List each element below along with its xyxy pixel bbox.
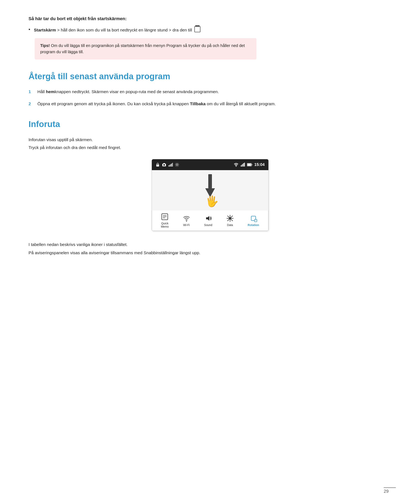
lock-icon [156,162,160,167]
svg-rect-15 [252,164,252,165]
network-icon [240,162,245,167]
step2-number: 2 [29,101,36,107]
qs-label-sound: Sound [204,223,212,227]
remove-section: Så här tar du bort ett objekt från start… [29,16,392,60]
svg-rect-3 [163,163,165,164]
inforuta-section: Inforuta Inforutan visas upptill på skär… [29,119,392,231]
svg-rect-7 [172,163,173,167]
rotation-icon [250,215,257,222]
svg-rect-12 [243,163,244,167]
qs-item-rotation[interactable]: Rotation [248,215,259,227]
wifi-icon [234,162,239,167]
page-number-line [384,487,396,488]
step1-text: Håll hemknappen nedtryckt. Skärmen visar… [37,89,219,95]
bullet-dot: • [29,26,30,33]
qs-item-sound[interactable]: Sound [204,215,212,227]
status-left-icons [156,162,179,167]
sound-icon [204,215,212,222]
qs-label-rotation: Rotation [248,223,259,227]
signal-icon [168,162,173,167]
qs-item-data[interactable]: Data [226,215,234,227]
notification-image-wrapper: 15:04 🖐 [29,159,392,231]
hand-gesture-icon: 🖐 [205,195,219,207]
qs-label-quickmemo: QuickMemo [161,222,169,228]
section1-heading: Återgå till senast använda program [29,72,392,81]
bullet-item: • Startskärm > håll den ikon som du vill… [29,25,392,33]
notification-panel: 15:04 🖐 [152,159,269,231]
bullet-text-content: > håll den ikon som du vill ta bort nedt… [56,28,193,32]
step2: 2 Öppna ett program genom att trycka på … [29,101,392,107]
svg-rect-10 [241,165,241,167]
step2-text: Öppna ett program genom att trycka på ik… [37,101,276,107]
tips-box: Tips! Om du vill lägga till en programik… [35,38,257,60]
step2-bold: Tillbaka [190,102,206,106]
page-number-value: 29 [384,489,389,494]
qs-item-quickmemo[interactable]: QuickMemo [161,213,169,228]
remove-title: Så här tar du bort ett objekt från start… [29,16,392,21]
tips-label: Tips! [40,43,50,48]
step1-number: 1 [29,89,36,95]
battery-icon [247,163,252,167]
page-content: Så här tar du bort ett objekt från start… [29,16,392,256]
numbered-steps: 1 Håll hemknappen nedtryckt. Skärmen vis… [29,89,392,107]
inforuta-desc2: Tryck på inforutan och dra den nedåt med… [29,144,392,151]
arrow-hand-area: 🖐 [152,170,268,210]
step1: 1 Håll hemknappen nedtryckt. Skärmen vis… [29,89,392,95]
svg-rect-4 [168,165,169,167]
svg-rect-11 [242,164,243,167]
svg-rect-0 [156,164,159,167]
trash-icon [194,26,200,32]
svg-rect-13 [244,163,245,167]
svg-rect-6 [171,164,172,167]
arrow-stem [208,174,212,188]
svg-point-21 [186,220,187,221]
data-icon [226,215,234,222]
qs-label-data: Data [227,223,233,227]
svg-point-8 [176,164,178,166]
quickmemo-icon [161,213,168,221]
quick-settings-bar: QuickMemo Wi-Fi [152,210,268,231]
status-bar: 15:04 [152,159,268,170]
bottom-text1: I tabellen nedan beskrivs vanliga ikoner… [29,241,392,248]
svg-rect-16 [247,163,251,166]
inforuta-heading: Inforuta [29,119,392,129]
step1-bold: hem [46,89,55,94]
svg-point-2 [163,164,165,166]
status-time: 15:04 [254,162,264,167]
qs-item-wifi[interactable]: Wi-Fi [183,215,190,227]
tips-text: Om du vill lägga till en programikon på … [40,43,245,54]
status-right-icons: 15:04 [234,162,264,167]
section1: Återgå till senast använda program 1 Hål… [29,72,392,107]
bottom-text2: På aviseringspanelen visas alla aviserin… [29,249,392,256]
bullet-bold: Startskärm [34,28,56,32]
bullet-text: Startskärm > håll den ikon som du vill t… [34,25,200,33]
svg-rect-29 [254,219,257,222]
wifi-qs-icon [183,215,190,222]
inforuta-desc1: Inforutan visas upptill på skärmen. [29,136,392,143]
svg-rect-5 [170,164,171,167]
camera-icon [162,162,166,167]
qs-label-wifi: Wi-Fi [183,223,190,227]
svg-marker-22 [206,216,209,221]
page-number: 29 [384,487,396,494]
svg-point-9 [236,166,236,167]
settings-icon [175,162,179,167]
